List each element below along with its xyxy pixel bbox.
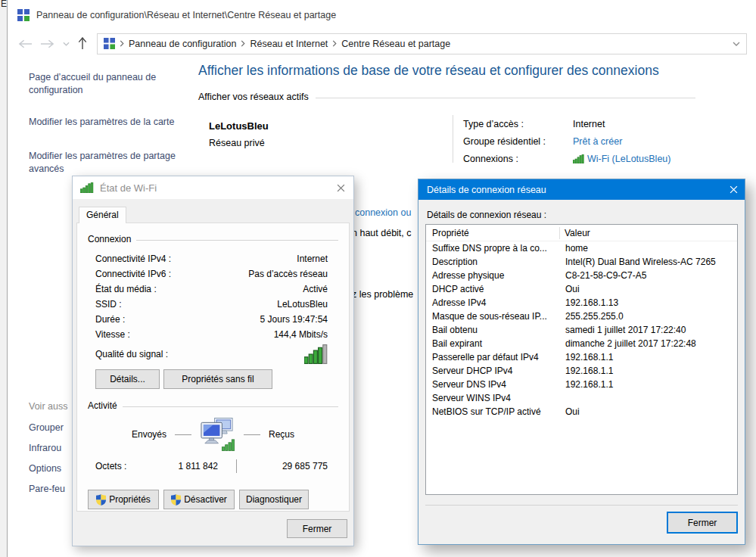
property-cell: Serveur DHCP IPv4 bbox=[426, 364, 560, 378]
table-row: Adresse physiqueC8-21-58-C9-C7-A5 bbox=[426, 269, 737, 282]
navigation-bar: Panneau de configuration Réseau et Inter… bbox=[8, 30, 756, 57]
duration-label: Durée : bbox=[95, 314, 125, 325]
ipv4-label: Connectivité IPv4 : bbox=[95, 254, 171, 264]
details-button[interactable]: Détails... bbox=[95, 369, 160, 389]
disable-button[interactable]: Désactiver bbox=[163, 490, 235, 509]
ssid-label: SSID : bbox=[95, 299, 122, 310]
wifi-connection-link[interactable]: Wi-Fi (LeLotusBleu) bbox=[587, 154, 670, 164]
properties-button-label: Propriétés bbox=[109, 494, 151, 505]
group-rule bbox=[136, 240, 338, 241]
address-dropdown-icon[interactable] bbox=[733, 42, 740, 46]
recent-locations-button[interactable] bbox=[59, 35, 73, 53]
property-cell: Bail obtenu bbox=[426, 323, 560, 337]
wifi-close-button[interactable]: Fermer bbox=[287, 519, 347, 538]
details-list[interactable]: Propriété Valeur Suffixe DNS propre à la… bbox=[425, 224, 738, 495]
info-divider bbox=[453, 115, 453, 163]
wireless-properties-button[interactable]: Propriétés sans fil bbox=[163, 369, 272, 389]
breadcrumb-item-control-panel[interactable]: Panneau de configuration bbox=[129, 39, 236, 49]
details-close-button[interactable]: Fermer bbox=[667, 512, 738, 534]
connection-rows: Connectivité IPv4 :Internet Connectivité… bbox=[95, 251, 338, 342]
wifi-dialog-tabs: Général bbox=[73, 199, 353, 222]
property-cell: Adresse IPv4 bbox=[426, 296, 560, 310]
action-buttons-row: Propriétés Désactiver Diagnostiquer bbox=[88, 490, 338, 509]
property-cell: Description bbox=[426, 255, 560, 269]
background-text-fragment: n haut débit, c bbox=[352, 228, 412, 238]
value-cell: samedi 1 juillet 2017 17:22:40 bbox=[560, 323, 686, 337]
diagnose-button[interactable]: Diagnostiquer bbox=[239, 490, 309, 509]
signal-quality-row: Qualité du signal : bbox=[95, 344, 338, 364]
bytes-received-value: 29 685 775 bbox=[237, 461, 338, 471]
up-icon bbox=[78, 37, 87, 50]
up-button[interactable] bbox=[73, 35, 92, 53]
table-row: Serveur DNS IPv4192.168.1.1 bbox=[426, 378, 737, 391]
details-list-label: Détails de connexion réseau : bbox=[427, 210, 738, 220]
breadcrumb-chevron-icon bbox=[241, 40, 245, 47]
table-row: NetBIOS sur TCP/IP activéOui bbox=[426, 405, 737, 419]
explorer-titlebar: Panneau de configuration\Réseau et Inter… bbox=[8, 0, 756, 30]
value-cell: Oui bbox=[560, 282, 580, 296]
value-cell: home bbox=[560, 241, 588, 255]
network-name: LeLotusBleu bbox=[209, 120, 269, 132]
tab-general[interactable]: Général bbox=[79, 207, 126, 223]
wifi-dialog-titlebar[interactable]: État de Wi-Fi bbox=[73, 176, 353, 199]
received-label: Reçus bbox=[269, 429, 294, 440]
details-dialog-title: Détails de connexion réseau bbox=[427, 185, 546, 195]
media-state-label: État du média : bbox=[95, 284, 157, 294]
access-type-value: Internet bbox=[573, 119, 605, 129]
ipv4-value: Internet bbox=[297, 254, 328, 264]
computers-icon bbox=[200, 417, 235, 452]
bytes-label: Octets : bbox=[95, 461, 142, 471]
value-cell: Intel(R) Dual Band Wireless-AC 7265 bbox=[560, 255, 716, 269]
uac-shield-icon bbox=[96, 494, 106, 506]
value-cell: 192.168.1.1 bbox=[560, 364, 613, 378]
details-dialog-body: Détails de connexion réseau : Propriété … bbox=[418, 200, 745, 534]
table-row: Bail expirantdimanche 2 juillet 2017 17:… bbox=[426, 337, 737, 350]
background-window-fragment: E bbox=[1, 0, 7, 9]
value-cell: 192.168.1.13 bbox=[560, 296, 618, 310]
property-cell: Adresse physique bbox=[426, 269, 560, 282]
table-row: DHCP activéOui bbox=[426, 282, 737, 296]
section-rule bbox=[316, 98, 695, 98]
sent-label: Envoyés bbox=[132, 429, 166, 440]
table-row: DescriptionIntel(R) Dual Band Wireless-A… bbox=[426, 255, 737, 269]
speed-value: 144,4 Mbits/s bbox=[274, 329, 328, 340]
back-icon bbox=[18, 39, 33, 48]
activity-group-header: Activité bbox=[88, 400, 338, 411]
column-header-property[interactable]: Propriété bbox=[426, 228, 559, 238]
property-cell: Serveur DNS IPv4 bbox=[426, 378, 560, 391]
duration-value: 5 Jours 19:47:54 bbox=[260, 314, 328, 325]
network-type: Réseau privé bbox=[209, 138, 265, 148]
properties-button[interactable]: Propriétés bbox=[88, 490, 159, 509]
wifi-dialog-close-button[interactable] bbox=[331, 176, 350, 199]
property-cell: Suffixe DNS propre à la co... bbox=[426, 241, 560, 255]
activity-diagram: Envoyés Reçus bbox=[88, 414, 338, 455]
uac-shield-icon bbox=[171, 494, 181, 506]
breadcrumb-item-network-sharing-center[interactable]: Centre Réseau et partage bbox=[341, 39, 450, 49]
speed-label: Vitesse : bbox=[95, 329, 130, 340]
sidebar-item-home[interactable]: Page d’accueil du panneau de configurati… bbox=[29, 71, 179, 97]
value-cell bbox=[560, 391, 565, 405]
homegroup-link[interactable]: Prêt à créer bbox=[573, 136, 622, 147]
back-button[interactable] bbox=[15, 35, 35, 53]
breadcrumb-item-network-internet[interactable]: Réseau et Internet bbox=[250, 39, 328, 49]
column-header-value[interactable]: Valeur bbox=[560, 228, 590, 238]
connection-details-dialog: Détails de connexion réseau Détails de c… bbox=[418, 179, 745, 545]
address-bar[interactable]: Panneau de configuration Réseau et Inter… bbox=[97, 33, 747, 54]
forward-button[interactable] bbox=[35, 35, 59, 53]
property-cell: DHCP activé bbox=[426, 282, 560, 296]
table-row: Serveur WINS IPv4 bbox=[426, 391, 737, 405]
sidebar-item-adapter-settings[interactable]: Modifier les paramètres de la carte bbox=[29, 116, 179, 129]
group-rule bbox=[123, 406, 338, 407]
wifi-dialog-general-page: Connexion Connectivité IPv4 :Internet Co… bbox=[76, 222, 350, 512]
details-dialog-titlebar[interactable]: Détails de connexion réseau bbox=[418, 179, 745, 200]
details-dialog-close-button[interactable] bbox=[723, 179, 743, 200]
property-cell: Passerelle par défaut IPv4 bbox=[426, 350, 560, 364]
bytes-sent-value: 1 811 842 bbox=[142, 461, 218, 471]
close-icon bbox=[730, 185, 738, 194]
sidebar-item-advanced-sharing[interactable]: Modifier les paramètres de partage avanc… bbox=[29, 150, 179, 176]
wifi-signal-icon bbox=[573, 154, 584, 163]
homegroup-row: Groupe résidentiel : Prêt à créer bbox=[463, 132, 713, 150]
disable-button-label: Désactiver bbox=[184, 494, 227, 505]
access-type-label: Type d’accès : bbox=[463, 119, 573, 129]
value-cell: 192.168.1.1 bbox=[560, 378, 613, 391]
